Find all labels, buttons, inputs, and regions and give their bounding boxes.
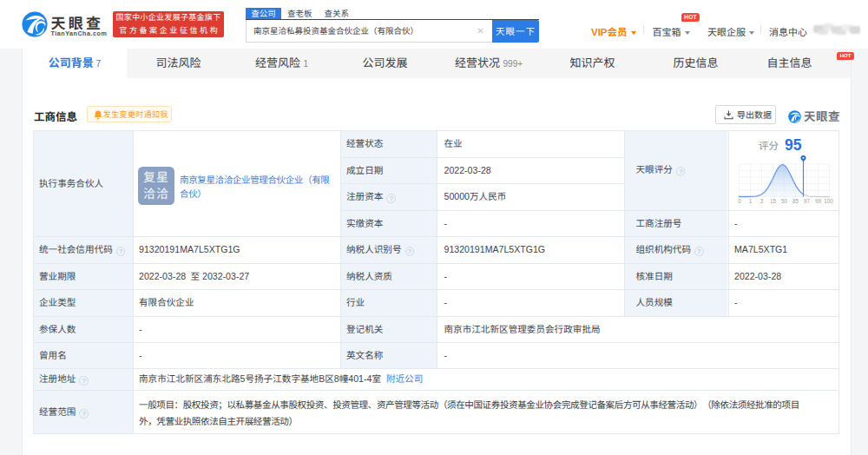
svg-text:85: 85 bbox=[792, 198, 799, 204]
svg-text:97: 97 bbox=[804, 198, 811, 204]
svg-text:50: 50 bbox=[781, 198, 788, 204]
svg-text:1: 1 bbox=[749, 198, 753, 204]
svg-text:100: 100 bbox=[824, 198, 833, 204]
svg-text:99: 99 bbox=[815, 198, 822, 204]
svg-text:15: 15 bbox=[770, 198, 777, 204]
svg-text:3: 3 bbox=[760, 198, 764, 204]
svg-text:0: 0 bbox=[738, 198, 741, 204]
